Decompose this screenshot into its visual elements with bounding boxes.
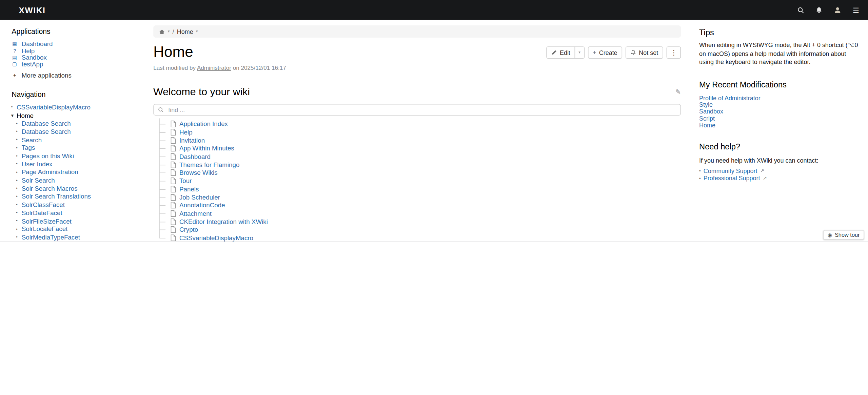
- nav-tree-item[interactable]: SolrClassFacet: [0, 201, 145, 209]
- document-link[interactable]: CKEditor Integration with XWiki: [179, 218, 268, 225]
- nav-tree-link[interactable]: Database Search: [22, 128, 71, 135]
- nav-tree-link[interactable]: Pages on this Wiki: [22, 153, 74, 160]
- nav-tree-item[interactable]: Tags: [0, 144, 145, 152]
- document-link[interactable]: Panels: [179, 186, 199, 192]
- nav-tree-item[interactable]: User Index: [0, 160, 145, 168]
- tree-bullet-icon[interactable]: [16, 235, 21, 240]
- document-tree-row[interactable]: Dashboard: [153, 152, 681, 161]
- edit-section-pencil-icon[interactable]: ✎: [675, 88, 681, 96]
- more-applications[interactable]: + More applications: [0, 72, 145, 79]
- recent-modification-link[interactable]: Style: [699, 101, 860, 108]
- support-link[interactable]: Community Support: [704, 167, 757, 175]
- application-link[interactable]: Sandbox: [22, 54, 47, 61]
- nav-tree-link[interactable]: SolrClassFacet: [22, 202, 65, 208]
- document-tree-row[interactable]: App Within Minutes: [153, 144, 681, 152]
- tree-bullet-icon[interactable]: [16, 162, 21, 167]
- breadcrumb-page[interactable]: Home: [177, 28, 193, 35]
- application-link[interactable]: testApp: [22, 61, 43, 68]
- nav-tree-link[interactable]: Home: [17, 112, 34, 119]
- home-icon[interactable]: [159, 28, 165, 35]
- document-link[interactable]: Crypto: [179, 226, 198, 233]
- document-link[interactable]: Browse Wikis: [179, 169, 218, 176]
- nav-tree-item[interactable]: Home: [0, 111, 145, 120]
- hamburger-menu-icon[interactable]: ☰: [853, 6, 859, 14]
- nav-tree-item[interactable]: Solr Search Translations: [0, 192, 145, 201]
- tree-bullet-icon[interactable]: [11, 112, 17, 118]
- user-avatar-icon[interactable]: [834, 6, 842, 14]
- nav-tree-link[interactable]: CSSvariableDisplayMacro: [17, 104, 91, 111]
- document-tree-row[interactable]: Tour: [153, 177, 681, 185]
- nav-tree-item[interactable]: Page Administration: [0, 168, 145, 176]
- create-button[interactable]: + Create: [588, 46, 622, 59]
- document-tree-row[interactable]: CKEditor Integration with XWiki: [153, 217, 681, 226]
- document-tree-row[interactable]: Themes for Flamingo: [153, 161, 681, 169]
- document-link[interactable]: App Within Minutes: [179, 145, 234, 152]
- nav-tree-item[interactable]: SolrLocaleFacet: [0, 225, 145, 233]
- recent-modification-link[interactable]: Home: [699, 122, 860, 129]
- show-tour-button[interactable]: ◉ Show tour: [823, 230, 864, 240]
- application-item[interactable]: ▤ Sandbox: [0, 54, 145, 61]
- recent-modification-link[interactable]: Profile of Administrator: [699, 94, 860, 101]
- document-tree-row[interactable]: Browse Wikis: [153, 169, 681, 177]
- edit-button[interactable]: Edit: [547, 46, 575, 59]
- document-link[interactable]: Help: [179, 129, 193, 136]
- tree-bullet-icon[interactable]: [16, 137, 21, 142]
- document-link[interactable]: AnnotationCode: [179, 202, 225, 209]
- edit-dropdown-button[interactable]: ▾: [575, 46, 585, 59]
- tree-bullet-icon[interactable]: [16, 178, 21, 183]
- nav-tree-link[interactable]: Solr Search Macros: [22, 185, 78, 192]
- tree-bullet-icon[interactable]: [16, 153, 21, 159]
- recent-modification-link[interactable]: Sandbox: [699, 108, 860, 115]
- document-link[interactable]: Job Scheduler: [179, 194, 220, 201]
- tree-bullet-icon[interactable]: [16, 202, 21, 207]
- nav-tree-link[interactable]: Solr Search: [22, 177, 55, 184]
- document-tree-row[interactable]: Application Index: [153, 120, 681, 128]
- tree-bullet-icon[interactable]: [16, 121, 21, 126]
- find-input[interactable]: [167, 106, 676, 114]
- nav-tree-link[interactable]: SolrMediaTypeFacet: [22, 234, 80, 241]
- document-tree-row[interactable]: Job Scheduler: [153, 193, 681, 201]
- chevron-down-icon[interactable]: ▾: [196, 29, 198, 34]
- nav-tree-link[interactable]: Page Administration: [22, 169, 78, 176]
- document-link[interactable]: CSSvariableDisplayMacro: [179, 234, 253, 241]
- nav-tree-link[interactable]: Search: [22, 137, 42, 143]
- tree-bullet-icon[interactable]: [16, 186, 21, 191]
- tree-bullet-icon[interactable]: [16, 219, 21, 224]
- document-tree-row[interactable]: CSSvariableDisplayMacro: [153, 234, 681, 242]
- tree-bullet-icon[interactable]: [16, 210, 21, 215]
- document-link[interactable]: Attachment: [179, 210, 212, 217]
- tree-bullet-icon[interactable]: [16, 194, 21, 199]
- application-link[interactable]: Dashboard: [22, 40, 53, 47]
- nav-tree-item[interactable]: Pages on this Wiki: [0, 152, 145, 160]
- tree-bullet-icon[interactable]: [16, 170, 21, 175]
- watch-button[interactable]: Not set: [626, 46, 663, 59]
- nav-tree-link[interactable]: SolrDateFacet: [22, 210, 62, 216]
- nav-tree-link[interactable]: Tags: [22, 145, 35, 151]
- application-item[interactable]: ? Help: [0, 47, 145, 54]
- tree-bullet-icon[interactable]: [16, 227, 21, 232]
- nav-tree-item[interactable]: Search: [0, 136, 145, 144]
- recent-modification-link[interactable]: Script: [699, 115, 860, 122]
- tree-bullet-icon[interactable]: [16, 145, 21, 150]
- nav-tree-item[interactable]: Database Search: [0, 120, 145, 128]
- document-link[interactable]: Tour: [179, 178, 192, 184]
- nav-tree-link[interactable]: SolrFileSizeFacet: [22, 217, 72, 224]
- document-link[interactable]: Application Index: [179, 121, 228, 127]
- more-actions-button[interactable]: ⋮: [667, 46, 681, 59]
- nav-tree-item[interactable]: Solr Search: [0, 176, 145, 184]
- tree-bullet-icon[interactable]: [11, 105, 17, 110]
- tree-bullet-icon[interactable]: [16, 129, 21, 134]
- document-tree-row[interactable]: Help: [153, 128, 681, 136]
- document-tree-row[interactable]: AnnotationCode: [153, 201, 681, 209]
- author-link[interactable]: Administrator: [197, 64, 231, 71]
- nav-tree-item[interactable]: SolrDateFacet: [0, 209, 145, 217]
- document-link[interactable]: Themes for Flamingo: [179, 161, 239, 168]
- document-link[interactable]: Dashboard: [179, 153, 211, 160]
- notifications-bell-icon[interactable]: [815, 6, 823, 14]
- nav-tree-link[interactable]: Database Search: [22, 120, 71, 127]
- document-tree-row[interactable]: Crypto: [153, 226, 681, 234]
- support-link[interactable]: Professional Support: [704, 175, 760, 182]
- application-item[interactable]: ▦ Dashboard: [0, 40, 145, 47]
- nav-tree-link[interactable]: User Index: [22, 161, 53, 168]
- document-tree-row[interactable]: Attachment: [153, 209, 681, 217]
